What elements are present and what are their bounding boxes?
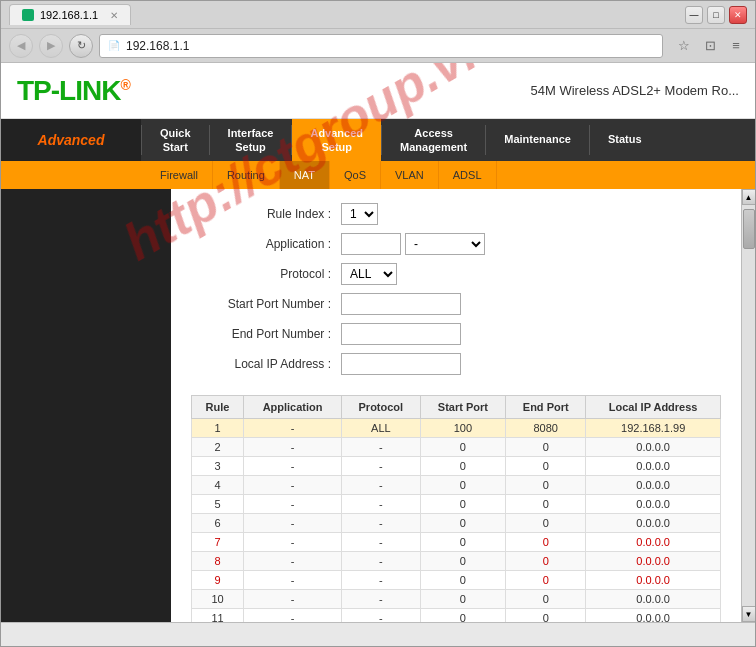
application-input[interactable]: [341, 233, 401, 255]
server-table: Rule Application Protocol Start Port End…: [191, 395, 721, 622]
tab-title: 192.168.1.1: [40, 9, 98, 21]
favicon: [22, 9, 34, 21]
router-header: TP-LINK® 54M Wireless ADSL2+ Modem Ro...: [1, 63, 755, 119]
nav-bar: ◀ ▶ ↻ 📄 192.168.1.1 ☆ ⊡ ≡: [1, 29, 755, 63]
page-content: TP-LINK® 54M Wireless ADSL2+ Modem Ro...…: [1, 63, 755, 622]
table-row[interactable]: 7--000.0.0.0: [192, 533, 721, 552]
star-btn[interactable]: ☆: [673, 35, 695, 57]
content-wrapper: TP-LINK® 54M Wireless ADSL2+ Modem Ro...…: [1, 63, 755, 622]
sidebar-item-advanced[interactable]: Advanced: [1, 119, 141, 161]
protocol-control: ALL TCP UDP: [341, 263, 397, 285]
sub-nav-adsl[interactable]: ADSL: [439, 161, 497, 189]
end-port-label: End Port Number :: [191, 327, 341, 341]
sub-nav-firewall[interactable]: Firewall: [146, 161, 213, 189]
start-port-label: Start Port Number :: [191, 297, 341, 311]
address-bar[interactable]: 📄 192.168.1.1: [99, 34, 663, 58]
table-row[interactable]: 3--000.0.0.0: [192, 457, 721, 476]
nav-item-interface-setup[interactable]: InterfaceSetup: [210, 119, 292, 161]
start-port-input[interactable]: 100: [341, 293, 461, 315]
local-ip-input[interactable]: 192.168.1.99: [341, 353, 461, 375]
nav-item-access-management[interactable]: AccessManagement: [382, 119, 485, 161]
tp-link-logo: TP-LINK®: [17, 75, 130, 107]
nav-item-advanced-setup[interactable]: AdvancedSetup: [292, 119, 381, 161]
sub-nav-routing[interactable]: Routing: [213, 161, 280, 189]
local-ip-label: Local IP Address :: [191, 357, 341, 371]
main-nav: Advanced QuickStart InterfaceSetup Advan…: [1, 119, 755, 161]
scroll-up-btn[interactable]: ▲: [742, 189, 756, 205]
rule-index-select[interactable]: 1 2: [341, 203, 378, 225]
bookmark-btn[interactable]: ⊡: [699, 35, 721, 57]
back-btn[interactable]: ◀: [9, 34, 33, 58]
nav-item-maintenance[interactable]: Maintenance: [486, 119, 589, 161]
application-control: -: [341, 233, 485, 255]
protocol-label: Protocol :: [191, 267, 341, 281]
page-icon: 📄: [108, 40, 120, 51]
form-row-local-ip: Local IP Address : 192.168.1.99: [191, 353, 721, 375]
local-ip-control: 192.168.1.99: [341, 353, 461, 375]
forward-btn[interactable]: ▶: [39, 34, 63, 58]
nav-item-quick-start[interactable]: QuickStart: [142, 119, 209, 161]
col-local-ip: Local IP Address: [586, 396, 721, 419]
nav-item-status[interactable]: Status: [590, 119, 660, 161]
maximize-btn[interactable]: □: [707, 6, 725, 24]
form-row-end-port: End Port Number : 8080: [191, 323, 721, 345]
col-end-port: End Port: [506, 396, 586, 419]
left-sidebar: [1, 189, 171, 622]
sub-nav: Firewall Routing NAT QoS VLAN ADSL: [1, 161, 755, 189]
nav-icons: ☆ ⊡ ≡: [673, 35, 747, 57]
form-row-application: Application : -: [191, 233, 721, 255]
table-row[interactable]: 1-ALL1008080192.168.1.99: [192, 419, 721, 438]
table-row[interactable]: 9--000.0.0.0: [192, 571, 721, 590]
page-main: TP-LINK® 54M Wireless ADSL2+ Modem Ro...…: [1, 63, 755, 622]
browser-tab[interactable]: 192.168.1.1 ✕: [9, 4, 131, 25]
col-protocol: Protocol: [342, 396, 421, 419]
table-row[interactable]: 4--000.0.0.0: [192, 476, 721, 495]
table-row[interactable]: 10--000.0.0.0: [192, 590, 721, 609]
close-btn[interactable]: ✕: [729, 6, 747, 24]
col-rule: Rule: [192, 396, 244, 419]
end-port-control: 8080: [341, 323, 461, 345]
form-row-rule-index: Rule Index : 1 2: [191, 203, 721, 225]
table-row[interactable]: 6--000.0.0.0: [192, 514, 721, 533]
start-port-control: 100: [341, 293, 461, 315]
table-row[interactable]: 5--000.0.0.0: [192, 495, 721, 514]
minimize-btn[interactable]: —: [685, 6, 703, 24]
main-content: Rule Index : 1 2 Application :: [171, 189, 741, 622]
col-application: Application: [244, 396, 342, 419]
col-start-port: Start Port: [420, 396, 506, 419]
content-area: Rule Index : 1 2 Application :: [1, 189, 755, 622]
table-header-row: Rule Application Protocol Start Port End…: [192, 396, 721, 419]
scroll-thumb[interactable]: [743, 209, 755, 249]
logo-reg: ®: [120, 76, 129, 92]
table-row[interactable]: 8--000.0.0.0: [192, 552, 721, 571]
reload-btn[interactable]: ↻: [69, 34, 93, 58]
router-model: 54M Wireless ADSL2+ Modem Ro...: [531, 83, 739, 98]
rule-index-control: 1 2: [341, 203, 378, 225]
application-select[interactable]: -: [405, 233, 485, 255]
tab-close-btn[interactable]: ✕: [110, 10, 118, 21]
scroll-down-btn[interactable]: ▼: [742, 606, 756, 622]
application-label: Application :: [191, 237, 341, 251]
window-controls: — □ ✕: [685, 6, 747, 24]
browser-window: 192.168.1.1 ✕ — □ ✕ ◀ ▶ ↻ 📄 192.168.1.1 …: [0, 0, 756, 647]
sub-nav-qos[interactable]: QoS: [330, 161, 381, 189]
sub-nav-nat[interactable]: NAT: [280, 161, 330, 189]
scrollbar[interactable]: ▲ ▼: [741, 189, 755, 622]
bottom-bar: [1, 622, 755, 646]
form-row-start-port: Start Port Number : 100: [191, 293, 721, 315]
sub-nav-vlan[interactable]: VLAN: [381, 161, 439, 189]
advanced-label: Advanced: [38, 132, 105, 149]
form-row-protocol: Protocol : ALL TCP UDP: [191, 263, 721, 285]
table-row[interactable]: 2--000.0.0.0: [192, 438, 721, 457]
rule-index-label: Rule Index :: [191, 207, 341, 221]
form-section: Rule Index : 1 2 Application :: [191, 203, 721, 375]
title-bar: 192.168.1.1 ✕ — □ ✕: [1, 1, 755, 29]
table-row[interactable]: 11--000.0.0.0: [192, 609, 721, 623]
logo-text: TP-LINK: [17, 75, 120, 106]
end-port-input[interactable]: 8080: [341, 323, 461, 345]
address-text: 192.168.1.1: [126, 39, 189, 53]
protocol-select[interactable]: ALL TCP UDP: [341, 263, 397, 285]
virtual-server-section: Virtual Server Listing Rule Application …: [191, 395, 721, 622]
menu-btn[interactable]: ≡: [725, 35, 747, 57]
